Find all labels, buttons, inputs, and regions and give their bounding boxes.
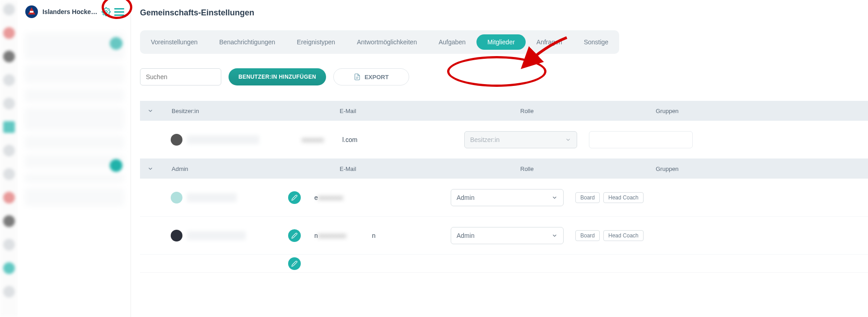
- dock-item[interactable]: [3, 98, 15, 109]
- dock-item[interactable]: [3, 51, 15, 62]
- dock-item[interactable]: [3, 121, 15, 133]
- avatar: [171, 230, 182, 241]
- svg-rect-1: [30, 11, 33, 13]
- table-row: e xxxxxxxx Admin Board Head Coach: [140, 179, 868, 217]
- name-redacted: [187, 135, 259, 144]
- tab-antwortmoeglichkeiten[interactable]: Antwortmöglichkeiten: [346, 34, 428, 50]
- dock-item[interactable]: [3, 262, 15, 274]
- page-title: Gemeinschafts-Einstellungen: [140, 8, 868, 18]
- search-box[interactable]: [140, 68, 221, 85]
- role-select[interactable]: Admin: [451, 227, 564, 244]
- dock-item[interactable]: [3, 27, 15, 39]
- chevron-down-icon: [565, 137, 571, 143]
- group-tag[interactable]: Head Coach: [603, 192, 644, 203]
- section-header-admin: Admin E-Mail Rolle Gruppen: [140, 159, 868, 179]
- column-header-email: E-Mail: [340, 108, 502, 114]
- avatar: [171, 134, 182, 146]
- tab-ereignistypen[interactable]: Ereignistypen: [286, 34, 346, 50]
- edit-button[interactable]: [288, 257, 301, 270]
- tab-benachrichtigungen[interactable]: Benachrichtigungen: [209, 34, 286, 50]
- email-prefix: e: [314, 194, 318, 201]
- role-select: Besitzer:in: [464, 131, 577, 148]
- email-redacted: xxxxxxxx: [318, 194, 363, 201]
- groups-empty[interactable]: [589, 131, 693, 148]
- chevron-down-icon: [551, 194, 558, 201]
- dock-item[interactable]: [3, 168, 15, 180]
- role-value: Admin: [457, 194, 475, 201]
- main-content: Gemeinschafts-Einstellungen Voreinstellu…: [131, 0, 868, 317]
- tab-anfragen[interactable]: Anfragen: [526, 34, 573, 50]
- email-redacted: xxxxxxxxx: [318, 232, 372, 239]
- chevron-down-icon[interactable]: [147, 166, 154, 172]
- tab-aufgaben[interactable]: Aufgaben: [428, 34, 476, 50]
- sidebar-avatar: [110, 159, 122, 172]
- settings-tabs: Voreinstellungen Benachrichtigungen Erei…: [140, 30, 619, 54]
- settings-gear-button[interactable]: [102, 7, 111, 16]
- table-row: n xxxxxxxxx n Admin Board Head Coach: [140, 217, 868, 255]
- chevron-down-icon[interactable]: [147, 108, 154, 114]
- pencil-icon: [291, 194, 298, 201]
- role-value: Besitzer:in: [470, 136, 499, 143]
- role-value: Admin: [457, 232, 475, 239]
- column-header-groups: Gruppen: [656, 166, 868, 172]
- column-header-groups: Gruppen: [656, 108, 868, 114]
- group-tag[interactable]: Board: [575, 230, 600, 241]
- dock-item[interactable]: [3, 74, 15, 86]
- sidebar: Islanders Hockey...: [18, 0, 131, 317]
- add-user-button[interactable]: BENUTZER:IN HINZUFÜGEN: [229, 68, 326, 85]
- edit-button[interactable]: [288, 229, 301, 242]
- dock-item[interactable]: [3, 286, 15, 298]
- column-header-name: Besitzer:in: [172, 108, 322, 114]
- export-label: EXPORT: [364, 74, 388, 80]
- svg-point-2: [105, 11, 107, 13]
- groups-cell[interactable]: Board Head Coach: [575, 192, 644, 203]
- pencil-icon: [291, 260, 298, 267]
- email-redacted: xxxxxxx: [302, 136, 342, 143]
- dock-item[interactable]: [3, 145, 15, 156]
- dock-item[interactable]: [3, 192, 15, 203]
- dock-item[interactable]: [3, 4, 15, 15]
- avatar: [171, 192, 182, 203]
- club-name: Islanders Hockey...: [42, 8, 98, 15]
- column-header-role: Rolle: [520, 166, 638, 172]
- groups-cell[interactable]: Board Head Coach: [575, 230, 644, 241]
- column-header-role: Rolle: [520, 108, 638, 114]
- group-tag[interactable]: Head Coach: [603, 230, 644, 241]
- table-row: xxxxxxx l.com Besitzer:in: [140, 121, 868, 159]
- section-header-owner: Besitzer:in E-Mail Rolle Gruppen: [140, 101, 868, 121]
- tab-sonstige[interactable]: Sonstige: [573, 34, 619, 50]
- pencil-icon: [291, 232, 298, 239]
- dock-item[interactable]: [3, 215, 15, 227]
- table-row: [140, 255, 868, 273]
- tab-voreinstellungen[interactable]: Voreinstellungen: [140, 34, 209, 50]
- name-redacted: [187, 231, 246, 240]
- sidebar-content-placeholder: [24, 33, 124, 206]
- role-select[interactable]: Admin: [451, 189, 564, 206]
- email-suffix: l.com: [342, 136, 357, 143]
- chevron-down-icon: [551, 232, 558, 239]
- dock-item[interactable]: [3, 239, 15, 251]
- group-tag[interactable]: Board: [575, 192, 600, 203]
- email-suffix: n: [372, 232, 376, 239]
- export-icon: [354, 73, 361, 80]
- edit-button[interactable]: [288, 191, 301, 204]
- column-header-email: E-Mail: [340, 166, 502, 172]
- column-header-name: Admin: [172, 166, 322, 172]
- app-dock: [0, 0, 18, 317]
- club-logo: [24, 5, 39, 19]
- email-prefix: n: [314, 232, 318, 239]
- export-button[interactable]: EXPORT: [333, 68, 409, 85]
- hamburger-menu-button[interactable]: [114, 7, 124, 17]
- search-input[interactable]: [146, 73, 225, 80]
- name-redacted: [187, 193, 237, 202]
- tab-mitglieder[interactable]: Mitglieder: [476, 34, 526, 50]
